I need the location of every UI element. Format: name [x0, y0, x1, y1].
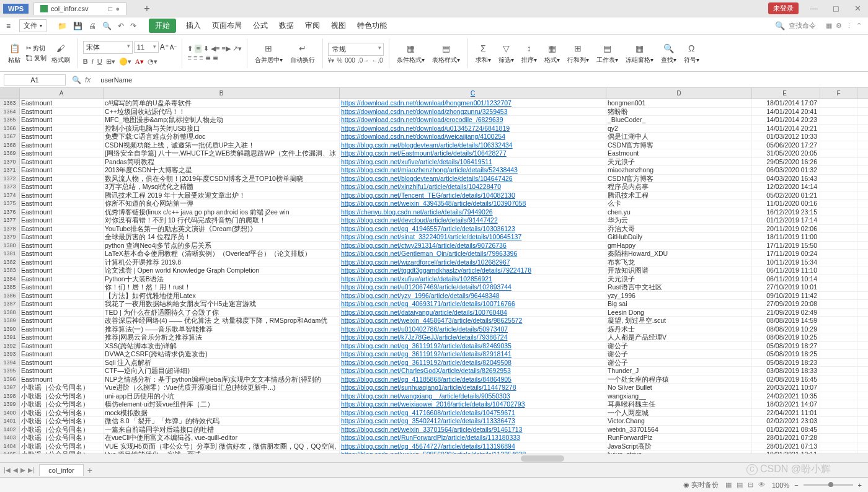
cell[interactable]: uni-app日历使用的小坑: [104, 392, 340, 400]
cell-link[interactable]: https://blog.csdn.net/sunhuaqiang1/artic…: [340, 384, 606, 392]
login-badge[interactable]: 未登录: [768, 2, 799, 14]
first-sheet-icon[interactable]: |◀: [4, 467, 11, 473]
cell[interactable]: Eastmount: [20, 166, 104, 174]
cell[interactable]: [820, 333, 857, 341]
cell[interactable]: Pandas简明教程: [104, 158, 340, 166]
zoom-fx-icon[interactable]: 🔍: [72, 76, 81, 84]
cell[interactable]: [820, 417, 857, 425]
cell[interactable]: Eastmount: [20, 317, 104, 325]
cell[interactable]: [网络安全自学篇] 八十一.WHUCTF之WEB类解题思路WP（文件上传漏洞、冰: [104, 149, 340, 157]
cell[interactable]: chen.yu: [606, 208, 752, 216]
cell[interactable]: Eastmount: [606, 149, 752, 157]
row-header[interactable]: 1397: [0, 384, 20, 392]
cell[interactable]: [820, 191, 857, 200]
cell[interactable]: Eastmount: [20, 342, 104, 350]
cell[interactable]: 小歌谣（公众号同名）: [20, 400, 104, 408]
format-button[interactable]: ▦格式▾: [542, 42, 562, 64]
table-row[interactable]: 1364EastmountC++垃圾回收站源代码！！https://downlo…: [0, 108, 868, 116]
sort-button[interactable]: ↕排序▾: [519, 42, 539, 64]
cell[interactable]: Eastmount: [20, 376, 104, 384]
cell[interactable]: 推荐|网易云音乐分析之推荐算法: [104, 333, 340, 341]
view-reading-icon[interactable]: 👁: [756, 480, 767, 490]
zoom-out-icon[interactable]: −: [794, 481, 798, 489]
cell[interactable]: [820, 400, 857, 408]
cell-link[interactable]: https://blog.csdn.net/qq_36119192/articl…: [340, 350, 606, 358]
table-row[interactable]: 1370EastmountPandas简明教程https://blog.csdn…: [0, 158, 868, 167]
cell[interactable]: [820, 183, 857, 191]
row-header[interactable]: 1398: [0, 392, 20, 400]
cell[interactable]: 论文浅尝 | Open world Knowledge Graph Comple…: [104, 266, 340, 275]
cell-link[interactable]: https://blog.csdn.net/weixin_44586473/ar…: [340, 317, 606, 325]
cell-link[interactable]: https://blog.csdn.net/u010402786/article…: [340, 325, 606, 333]
cell[interactable]: [820, 392, 857, 400]
cell[interactable]: 01/03/2012 10:33: [752, 133, 820, 141]
cell[interactable]: 秦陌楠Howard_XDU: [606, 250, 752, 258]
cell[interactable]: 控制小孩玩电脑与关闭USB接口: [104, 125, 340, 133]
align-bottom-icon[interactable]: ⬇: [203, 45, 209, 53]
maximize-button[interactable]: ◻: [829, 4, 843, 13]
cell[interactable]: [820, 158, 857, 166]
table-row[interactable]: 1369Eastmount[网络安全自学篇] 八十一.WHUCTF之WEB类解题…: [0, 149, 868, 158]
print-icon[interactable]: 🖨: [89, 22, 96, 30]
cell[interactable]: Big sai: [606, 300, 752, 308]
cell-link[interactable]: https://blog.csdn.net/wangxiang__/articl…: [340, 392, 606, 400]
cell[interactable]: 一篇来自前端同学对后端接口的吐槽: [104, 426, 340, 434]
cell-link[interactable]: https://blog.csdn.net/weixin_43943548/ar…: [340, 200, 606, 208]
sum-button[interactable]: Σ求和▾: [473, 42, 494, 64]
align-right-icon[interactable]: ≡: [199, 54, 203, 62]
table-row[interactable]: 1381EastmountLaTeX基本命令使用教程（清晰实例）（Overlea…: [0, 250, 868, 258]
cell[interactable]: 小歌谣（公众号同名）: [20, 384, 104, 392]
row-header[interactable]: 1368: [0, 141, 20, 149]
rowcol-button[interactable]: ⊞行和列▾: [565, 42, 591, 64]
cell[interactable]: Eastmount: [20, 200, 104, 208]
indent-dec-icon[interactable]: ◀≡: [211, 45, 219, 53]
row-header[interactable]: 1385: [0, 283, 20, 291]
cell[interactable]: 14/01/2014 20:41: [752, 108, 820, 116]
grid-body[interactable]: 1363Eastmountc#编写的简单的U盘杀毒软件https://downl…: [0, 99, 868, 454]
cell[interactable]: [820, 342, 857, 350]
cell[interactable]: 04/03/2020 16:43: [752, 175, 820, 183]
cell[interactable]: 16/12/2019 23:15: [752, 208, 820, 216]
dec-font-icon[interactable]: A⁻: [170, 44, 177, 51]
cell[interactable]: [820, 208, 857, 216]
col-header-b[interactable]: B: [104, 88, 340, 99]
preview-icon[interactable]: 🔍: [102, 22, 112, 30]
cell[interactable]: 20/11/2019 02:06: [752, 225, 820, 233]
cell[interactable]: Eastmount: [20, 191, 104, 200]
row-header[interactable]: 1375: [0, 200, 20, 208]
fill-color-icon[interactable]: 🟡▾: [119, 58, 131, 66]
cell[interactable]: [820, 283, 857, 291]
cell[interactable]: CSDN视频功能上线，诚邀第一批优质UP主入驻！: [104, 141, 340, 149]
row-header[interactable]: 1367: [0, 133, 20, 141]
cell[interactable]: 2013年度CSDN十大博客之星: [104, 166, 340, 174]
row-header[interactable]: 1378: [0, 225, 20, 233]
cell[interactable]: [820, 141, 857, 149]
comma-icon[interactable]: 000: [345, 57, 355, 64]
row-header[interactable]: 1387: [0, 300, 20, 308]
row-header[interactable]: 1389: [0, 317, 20, 325]
tab-pin-icon[interactable]: ⊏: [107, 5, 113, 13]
menu-layout[interactable]: 页面布局: [211, 19, 243, 33]
cell[interactable]: Eastmount: [20, 283, 104, 291]
cell-link[interactable]: https://blog.csdn.net/xufive/article/det…: [340, 275, 606, 283]
bold-icon[interactable]: B: [83, 58, 88, 66]
cell[interactable]: 程序员内点事: [606, 183, 752, 191]
cell[interactable]: Eastmount: [20, 350, 104, 358]
cell[interactable]: 小歌谣（公众号同名）: [20, 434, 104, 442]
table-row[interactable]: 1363Eastmountc#编写的简单的U盘杀毒软件https://downl…: [0, 99, 868, 108]
orient-icon[interactable]: ↗▾: [232, 45, 242, 53]
font-color-icon[interactable]: A▾: [135, 58, 144, 66]
cell[interactable]: 谢公子: [606, 342, 752, 350]
table-row[interactable]: 1391Eastmount推荐|网易云音乐分析之推荐算法https://blog…: [0, 333, 868, 342]
cell[interactable]: 18/02/2021 14:07: [752, 400, 820, 408]
cell[interactable]: [820, 384, 857, 392]
cut-button[interactable]: ✂ 剪切: [26, 44, 46, 53]
row-header[interactable]: 1380: [0, 242, 20, 250]
cell[interactable]: Eastmount: [20, 149, 104, 157]
table-row[interactable]: 1392EastmountXSS(跨站脚本攻击)详解https://blog.c…: [0, 342, 868, 351]
row-header[interactable]: 1384: [0, 275, 20, 283]
cell[interactable]: 08/08/2019 10:25: [752, 333, 820, 341]
cell[interactable]: Leesin Dong: [606, 309, 752, 317]
cell[interactable]: Python十大装B语法: [104, 275, 340, 283]
cell-link[interactable]: https://blog.csdn.net/qq_36119192/articl…: [340, 359, 606, 367]
